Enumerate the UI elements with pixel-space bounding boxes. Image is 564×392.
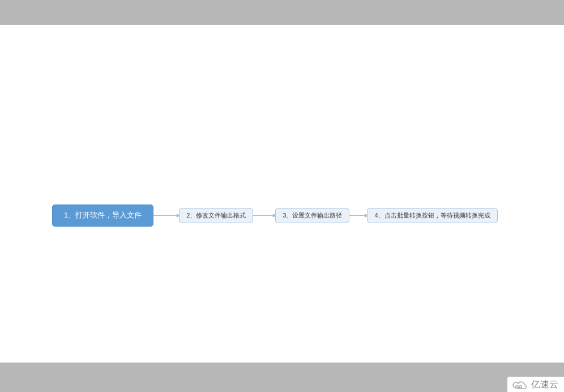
diagram-canvas: 1、打开软件，导入文件 2、修改文件输出格式 3、设置文件输出路径 4、点击批量… xyxy=(0,25,564,363)
svg-point-1 xyxy=(519,385,522,387)
bottom-bar: 亿速云 xyxy=(0,363,564,392)
flow-node-2-label: 2、修改文件输出格式 xyxy=(186,211,246,221)
connector-line xyxy=(253,215,272,216)
flow-node-4: 4、点击批量转换按钮，等待视频转换完成 xyxy=(367,208,497,224)
svg-point-0 xyxy=(516,385,518,387)
connector-2 xyxy=(253,215,275,216)
flow-node-3: 3、设置文件输出路径 xyxy=(275,208,349,224)
flow-node-2: 2、修改文件输出格式 xyxy=(179,208,253,224)
flow-node-3-label: 3、设置文件输出路径 xyxy=(283,211,342,221)
connector-line xyxy=(153,215,176,216)
watermark-text: 亿速云 xyxy=(531,379,558,391)
watermark: 亿速云 xyxy=(507,377,564,392)
top-bar xyxy=(0,0,564,25)
flow-row: 1、打开软件，导入文件 2、修改文件输出格式 3、设置文件输出路径 4、点击批量… xyxy=(52,204,498,227)
flow-node-4-label: 4、点击批量转换按钮，等待视频转换完成 xyxy=(374,211,490,221)
flow-node-1: 1、打开软件，导入文件 xyxy=(52,204,153,227)
connector-3 xyxy=(349,215,367,216)
flow-node-1-label: 1、打开软件，导入文件 xyxy=(64,210,142,221)
connector-1 xyxy=(153,215,179,216)
connector-line xyxy=(349,215,364,216)
cloud-icon xyxy=(512,380,529,391)
